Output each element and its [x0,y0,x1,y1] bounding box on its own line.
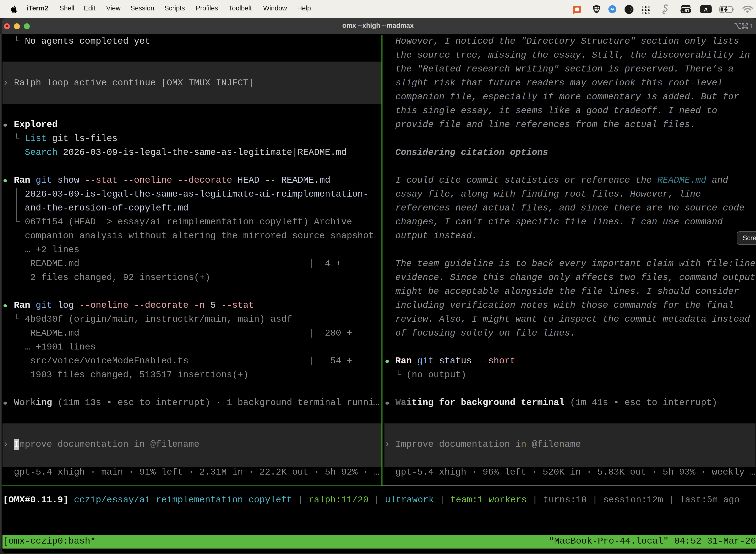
svg-text:..61: ..61 [682,8,690,13]
svg-text:A: A [704,6,708,13]
